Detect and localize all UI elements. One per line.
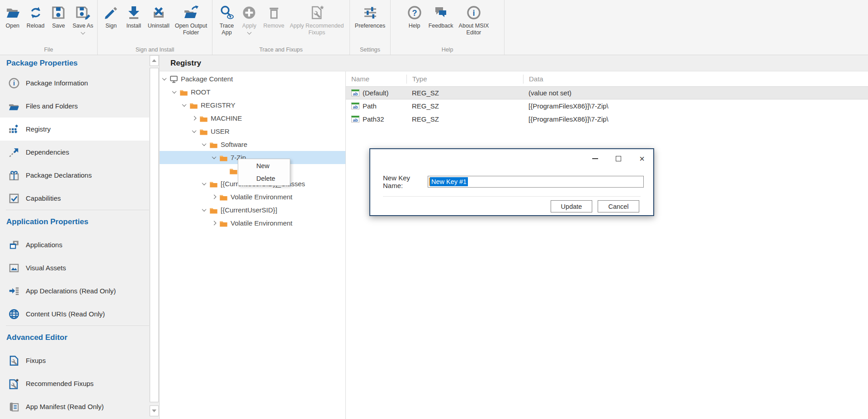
tree-item-software[interactable]: Software (160, 138, 345, 151)
table-row-default[interactable]: ab(Default)REG_SZ(value not set) (346, 86, 868, 99)
folder-icon (209, 206, 218, 214)
reg-sz-icon: ab (351, 89, 359, 96)
context-menu-item-new[interactable]: New (238, 160, 290, 172)
sidebar-item-label: Recommended Fixups (26, 380, 94, 387)
close-button[interactable]: × (637, 154, 647, 164)
tree-item-volatile-environment[interactable]: Volatile Environment (160, 217, 345, 230)
tree-item-user[interactable]: USER (160, 125, 345, 138)
context-menu-item-delete[interactable]: Delete (238, 172, 290, 185)
chevron-down-icon[interactable] (202, 141, 207, 146)
value-name-cell: abPath (346, 102, 406, 110)
sidebar-item-label: Visual Assets (26, 264, 66, 272)
msix-editor-window: OpenReloadSaveSave AsFileSignInstallUnin… (0, 0, 868, 419)
sidebar-item-applications[interactable]: Applications (0, 233, 149, 256)
sidebar-item-content-uris-read-only[interactable]: Content URIs (Read Only) (0, 302, 149, 325)
sign-icon (103, 4, 120, 22)
ribbon-button-feedback[interactable]: Feedback (426, 3, 456, 29)
ribbon-group-buttons: ?HelpFeedbackiAbout MSIXEditor (391, 0, 504, 36)
ribbon-button-apply[interactable]: Apply (238, 3, 260, 34)
folder-icon (199, 114, 208, 122)
ribbon-group-trace-and-fixups: TraceAppApplyRemoveApply RecommendedFixu… (212, 0, 350, 55)
minimize-button[interactable] (590, 154, 600, 164)
sidebar-item-fixups[interactable]: Fixups (0, 349, 149, 372)
sidebar-item-files-and-folders[interactable]: Files and Folders (0, 94, 149, 118)
fixups-icon (8, 355, 20, 367)
chevron-down-icon[interactable] (182, 102, 187, 107)
scroll-up-button[interactable] (150, 55, 159, 66)
ribbon-button-trace-app[interactable]: TraceApp (216, 3, 237, 36)
sidebar-item-registry[interactable]: Registry (0, 118, 149, 141)
registry-icon (8, 123, 20, 135)
sidebar-item-package-declarations[interactable]: Package Declarations (0, 164, 149, 187)
column-header-data[interactable]: Data (523, 75, 868, 84)
app-declarations-icon (8, 285, 20, 297)
sidebar-item-label: Capabilities (26, 194, 61, 202)
ribbon-button-apply-recommended-fixups[interactable]: Apply RecommendedFixups (288, 3, 346, 36)
sidebar-item-package-information[interactable]: iPackage Information (0, 71, 149, 94)
sidebar-item-label: Dependencies (26, 148, 69, 156)
sidebar-item-app-manifest-read-only[interactable]: App Manifest (Read Only) (0, 395, 149, 418)
chevron-down-icon[interactable] (192, 128, 197, 133)
sidebar-item-recommended-fixups[interactable]: Recommended Fixups (0, 372, 149, 395)
chevron-right-icon[interactable] (192, 116, 197, 121)
ribbon-button-preferences[interactable]: Preferences (353, 3, 387, 29)
tree-item-label: USER (211, 127, 230, 135)
chevron-right-icon[interactable] (212, 195, 217, 199)
ribbon-button-about-msix-editor[interactable]: iAbout MSIXEditor (457, 3, 491, 36)
sidebar-item-visual-assets[interactable]: Visual Assets (0, 256, 149, 279)
ribbon-button-label: TraceApp (220, 23, 234, 36)
chevron-down-icon[interactable] (202, 207, 207, 212)
table-row-path32[interactable]: abPath32REG_SZ[{ProgramFilesX86}]\7-Zip\ (346, 113, 868, 126)
tree-item-package-content[interactable]: Package Content (160, 72, 345, 85)
chevron-down-icon[interactable] (212, 155, 217, 159)
ribbon-button-label: About MSIXEditor (459, 23, 489, 36)
ribbon-group-label: Trace and Fixups (212, 47, 349, 53)
ribbon-button-open-output-folder[interactable]: Open OutputFolder (173, 3, 210, 36)
tree-item-currentusersid[interactable]: [{CurrentUserSID}] (160, 203, 345, 217)
ribbon-button-open[interactable]: Open (2, 3, 24, 29)
ribbon-group-buttons: Preferences (350, 0, 390, 29)
sidebar-section-package-properties: Package PropertiesiPackage InformationFi… (0, 55, 149, 210)
column-header-name[interactable]: Name (346, 75, 406, 84)
cancel-button[interactable]: Cancel (598, 200, 639, 212)
ribbon-button-label: Preferences (355, 23, 385, 29)
ribbon-button-save-as[interactable]: Save As (70, 3, 95, 34)
column-header-type[interactable]: Type (406, 75, 523, 84)
tree-item-volatile-environment[interactable]: Volatile Environment (160, 190, 345, 203)
sidebar-scrollbar[interactable] (149, 55, 159, 419)
ribbon-button-help[interactable]: ?Help (404, 3, 425, 29)
ribbon-group-label: Sign and Install (98, 47, 212, 53)
update-button[interactable]: Update (551, 200, 592, 212)
section-heading: Advanced Editor (0, 326, 149, 349)
sidebar-item-capabilities[interactable]: Capabilities (0, 187, 149, 210)
sidebar: Package PropertiesiPackage InformationFi… (0, 55, 149, 419)
ribbon-button-label: Save As (72, 23, 93, 29)
ribbon-button-uninstall[interactable]: Uninstall (146, 3, 172, 29)
tree-item-machine[interactable]: MACHINE (160, 112, 345, 125)
page-title: Registry (160, 55, 868, 71)
ribbon-button-install[interactable]: Install (123, 3, 145, 29)
uninstall-icon (150, 4, 167, 22)
ribbon-button-reload[interactable]: Reload (24, 3, 47, 29)
ribbon-button-save[interactable]: Save (47, 3, 69, 29)
new-key-name-input[interactable]: New Key #1 (428, 176, 644, 188)
maximize-button[interactable] (613, 154, 623, 164)
tree-item-label: ROOT (191, 88, 210, 96)
ribbon-button-remove[interactable]: Remove (261, 3, 287, 29)
chevron-right-icon[interactable] (212, 221, 217, 226)
scroll-down-button[interactable] (150, 405, 159, 416)
tree-item-label: Volatile Environment (231, 193, 292, 201)
chevron-down-icon (247, 30, 252, 35)
sidebar-item-app-declarations-read-only[interactable]: App Declarations (Read Only) (0, 279, 149, 302)
chevron-down-icon[interactable] (162, 76, 167, 80)
tree-chevron-box (200, 208, 208, 212)
ribbon-button-sign[interactable]: Sign (100, 3, 122, 29)
sidebar-item-dependencies[interactable]: Dependencies (0, 141, 149, 164)
tree-item-registry[interactable]: REGISTRY (160, 99, 345, 112)
chevron-down-icon[interactable] (202, 181, 207, 185)
table-row-path[interactable]: abPathREG_SZ[{ProgramFilesX86}]\7-Zip\ (346, 99, 868, 113)
ribbon-button-label: Feedback (429, 23, 453, 29)
chevron-down-icon[interactable] (172, 89, 177, 94)
tree-item-root[interactable]: ROOT (160, 85, 345, 99)
scrollbar-thumb[interactable] (150, 68, 159, 402)
